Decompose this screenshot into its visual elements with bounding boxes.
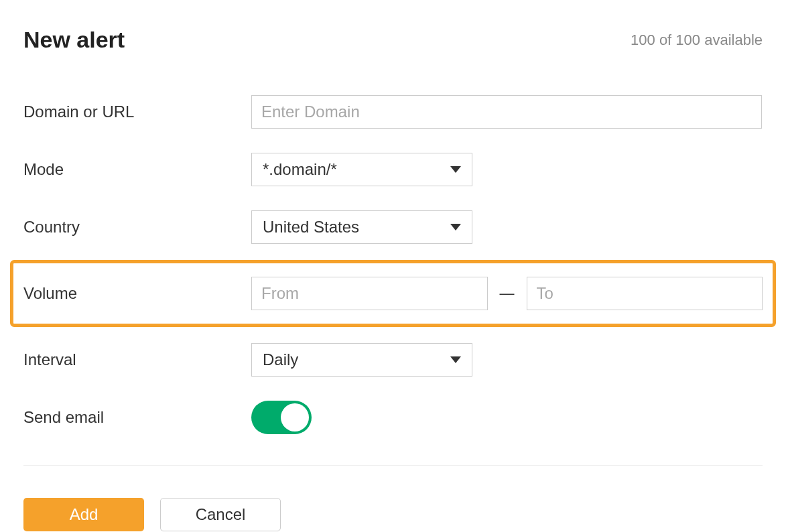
- add-button[interactable]: Add: [23, 498, 144, 531]
- country-row: Country United States: [23, 198, 763, 256]
- send-email-row: Send email: [23, 389, 763, 446]
- volume-to-input[interactable]: [527, 277, 763, 310]
- interval-select[interactable]: Daily: [251, 343, 472, 377]
- domain-row: Domain or URL: [23, 83, 763, 141]
- new-alert-form: New alert 100 of 100 available Domain or…: [0, 0, 786, 532]
- chevron-down-icon: [450, 224, 461, 230]
- cancel-button[interactable]: Cancel: [160, 498, 281, 531]
- interval-label: Interval: [23, 350, 251, 369]
- volume-from-input[interactable]: [251, 277, 488, 310]
- country-select[interactable]: United States: [251, 210, 472, 244]
- country-selected-value: United States: [263, 218, 359, 237]
- range-separator: —: [488, 285, 527, 302]
- domain-input[interactable]: [251, 95, 762, 129]
- volume-label: Volume: [23, 284, 251, 303]
- send-email-toggle[interactable]: [251, 401, 312, 434]
- mode-label: Mode: [23, 160, 251, 179]
- domain-label: Domain or URL: [23, 103, 251, 121]
- action-bar: Add Cancel: [23, 498, 763, 531]
- mode-selected-value: *.domain/*: [263, 160, 337, 179]
- toggle-knob: [281, 403, 309, 431]
- chevron-down-icon: [450, 356, 461, 363]
- country-label: Country: [23, 218, 251, 237]
- mode-row: Mode *.domain/*: [23, 141, 763, 198]
- divider: [23, 465, 763, 466]
- mode-select[interactable]: *.domain/*: [251, 153, 472, 186]
- interval-row: Interval Daily: [23, 331, 763, 389]
- volume-row-highlighted: Volume —: [10, 260, 776, 327]
- interval-selected-value: Daily: [263, 350, 298, 369]
- page-title: New alert: [23, 27, 125, 53]
- form-header: New alert 100 of 100 available: [23, 27, 763, 53]
- availability-text: 100 of 100 available: [631, 31, 763, 49]
- chevron-down-icon: [450, 166, 461, 173]
- send-email-label: Send email: [23, 408, 251, 427]
